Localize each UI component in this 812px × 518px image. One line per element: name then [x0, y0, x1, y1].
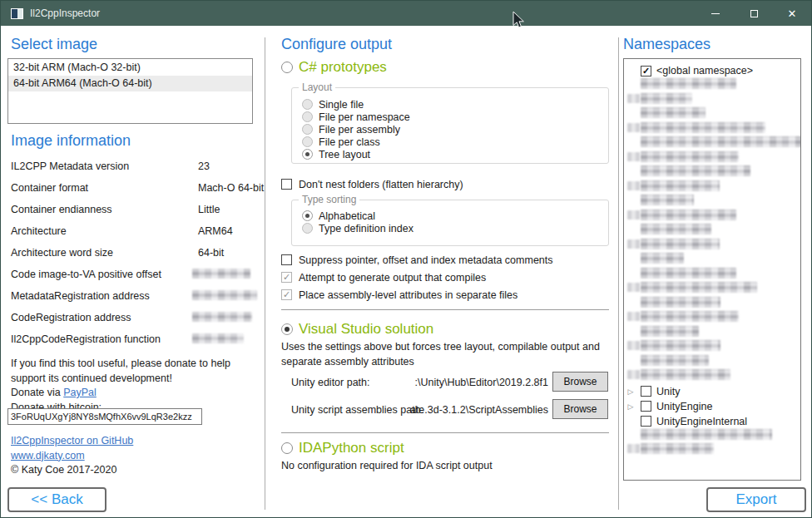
redacted-expander: [627, 94, 640, 103]
redacted-namespace-text: [641, 122, 765, 133]
idapython-option[interactable]: IDAPython script: [281, 440, 404, 456]
idapython-radio[interactable]: [281, 442, 293, 454]
unity-editor-path-value: :\Unity\Hub\Editor\2019.2.8f1: [367, 377, 548, 388]
option-place-assembly-level-attributes-in-separate-files[interactable]: Place assembly-level attributes in separ…: [281, 286, 553, 303]
type-sorting-option-type-definition-index[interactable]: Type definition index: [302, 222, 608, 234]
layout-radio-file-per-namespace[interactable]: [302, 111, 313, 122]
redacted-namespace-row[interactable]: [626, 136, 800, 147]
layout-radio-file-per-assembly[interactable]: [302, 124, 313, 135]
browse-assemblies-button[interactable]: Browse: [552, 399, 608, 419]
image-info-table: IL2CPP Metadata version23Container forma…: [11, 158, 255, 353]
redacted-namespace-row[interactable]: [626, 165, 800, 176]
layout-option-file-per-namespace[interactable]: File per namespace: [302, 111, 608, 123]
option-attempt-to-generate-output-that-compiles[interactable]: Attempt to generate output that compiles: [281, 269, 553, 286]
csharp-prototypes-radio[interactable]: [281, 62, 293, 73]
info-row: IL2CPP Metadata version23: [11, 158, 255, 180]
copyright-text: © Katy Coe 2017-2020: [11, 463, 133, 478]
redacted-namespace-row[interactable]: [626, 429, 800, 440]
bitcoin-address-input[interactable]: [7, 408, 202, 425]
maximize-button[interactable]: [735, 1, 773, 26]
info-row-value: 23: [198, 160, 210, 172]
layout-option-single-file[interactable]: Single file: [302, 98, 608, 111]
website-link[interactable]: www.djkaty.com: [11, 450, 85, 461]
vs-solution-radio[interactable]: [281, 323, 293, 335]
redacted-namespace-text: [641, 253, 684, 264]
redacted-namespace-row[interactable]: [626, 224, 800, 234]
redacted-namespace-row[interactable]: [626, 107, 800, 118]
redacted-namespace-row[interactable]: [626, 282, 800, 293]
csharp-prototypes-option[interactable]: C# prototypes: [281, 59, 387, 76]
redacted-namespace-row[interactable]: [626, 210, 800, 220]
namespace-item-unityengineinternal[interactable]: UnityEngineInternal: [626, 414, 800, 429]
label-suppress-pointer-offset-and-index-metadata-comments: Suppress pointer, offset and index metad…: [299, 254, 553, 266]
redacted-namespace-row[interactable]: [626, 78, 800, 89]
layout-radio-single-file[interactable]: [302, 99, 313, 110]
back-button[interactable]: << Back: [7, 487, 106, 512]
redacted-namespace-row[interactable]: [626, 195, 800, 205]
browse-editor-button[interactable]: Browse: [552, 372, 608, 392]
redacted-expander: [627, 283, 640, 292]
redacted-namespace-row[interactable]: [626, 340, 800, 351]
image-list-item[interactable]: 64-bit ARM64 (Mach-O 64-bit): [8, 76, 252, 91]
expander-icon[interactable]: ▷: [626, 402, 636, 412]
expander-icon[interactable]: ▷: [626, 387, 636, 397]
redacted-namespace-row[interactable]: [626, 369, 800, 380]
redacted-namespace-text: [641, 429, 772, 440]
minimize-button[interactable]: [696, 1, 735, 26]
checkbox-place-assembly-level-attributes-in-separate-files[interactable]: [281, 289, 292, 300]
namespace-item-unity[interactable]: ▷Unity: [626, 384, 800, 399]
close-button[interactable]: ✕: [773, 1, 811, 26]
redacted-namespace-row[interactable]: [626, 122, 800, 133]
layout-option-file-per-class[interactable]: File per class: [302, 136, 608, 148]
namespace-item-global[interactable]: <global namespace>: [626, 63, 800, 78]
namespace-item-unityengine[interactable]: ▷UnityEngine: [626, 399, 800, 414]
flatten-hierarchy-option[interactable]: Don't nest folders (flatten hierarchy): [281, 175, 463, 193]
flatten-hierarchy-checkbox[interactable]: [281, 179, 292, 190]
type-sorting-group-label: Type sorting: [299, 194, 359, 205]
redacted-namespace-row[interactable]: [626, 268, 800, 279]
redacted-namespace-row[interactable]: [626, 297, 800, 308]
redacted-namespace-text: [641, 180, 720, 191]
vs-solution-option[interactable]: Visual Studio solution: [281, 321, 433, 338]
layout-option-file-per-assembly[interactable]: File per assembly: [302, 123, 608, 136]
redacted-namespace-text: [641, 224, 711, 234]
redacted-namespace-row[interactable]: [626, 253, 800, 264]
namespace-checkbox-unityengineinternal[interactable]: [641, 416, 651, 427]
layout-radio-tree-layout[interactable]: [302, 149, 313, 160]
redacted-namespace-text: [641, 136, 801, 147]
checkbox-attempt-to-generate-output-that-compiles[interactable]: [281, 272, 292, 283]
paypal-link[interactable]: PayPal: [63, 387, 97, 398]
redacted-namespace-row[interactable]: [626, 93, 800, 104]
export-button[interactable]: Export: [706, 487, 806, 512]
type-sorting-groupbox: Type sorting AlphabeticalType definition…: [291, 200, 609, 246]
redacted-namespace-row[interactable]: [626, 180, 800, 191]
redacted-namespace-text: [641, 355, 709, 366]
image-list[interactable]: 32-bit ARM (Mach-O 32-bit)64-bit ARM64 (…: [7, 58, 253, 124]
layout-radio-file-per-class[interactable]: [302, 136, 313, 147]
app-icon: [11, 8, 23, 19]
redacted-namespace-row[interactable]: [626, 311, 800, 322]
redacted-namespace-text: [641, 107, 706, 118]
redacted-namespace-row[interactable]: [626, 355, 800, 366]
global-namespace-checkbox[interactable]: [641, 66, 651, 76]
redacted-namespace-row[interactable]: [626, 151, 800, 162]
namespace-checkbox-unityengine[interactable]: [641, 401, 651, 412]
redacted-namespace-row[interactable]: [626, 443, 800, 454]
redacted-namespace-text: [641, 297, 720, 308]
redacted-namespace-row[interactable]: [626, 239, 800, 249]
output-checkboxes: Suppress pointer, offset and index metad…: [281, 251, 553, 303]
github-link[interactable]: Il2CppInspector on GitHub: [11, 435, 133, 446]
type-sorting-radio-alphabetical[interactable]: [302, 210, 313, 221]
redacted-namespace-text: [641, 78, 736, 89]
type-sorting-radio-type-definition-index[interactable]: [302, 223, 313, 234]
redacted-namespace-text: [641, 326, 699, 337]
namespaces-panel[interactable]: <global namespace> ▷Unity▷UnityEngineUni…: [623, 58, 801, 481]
checkbox-suppress-pointer-offset-and-index-metadata-comments[interactable]: [281, 254, 292, 265]
option-suppress-pointer-offset-and-index-metadata-comments[interactable]: Suppress pointer, offset and index metad…: [281, 251, 553, 269]
type-sorting-option-alphabetical[interactable]: Alphabetical: [302, 210, 608, 222]
redacted-namespace-row[interactable]: [626, 326, 800, 337]
namespace-checkbox-unity[interactable]: [641, 386, 651, 397]
image-list-item[interactable]: 32-bit ARM (Mach-O 32-bit): [8, 60, 252, 76]
layout-option-tree-layout[interactable]: Tree layout: [302, 148, 608, 160]
image-information-title: Image information: [11, 132, 131, 150]
